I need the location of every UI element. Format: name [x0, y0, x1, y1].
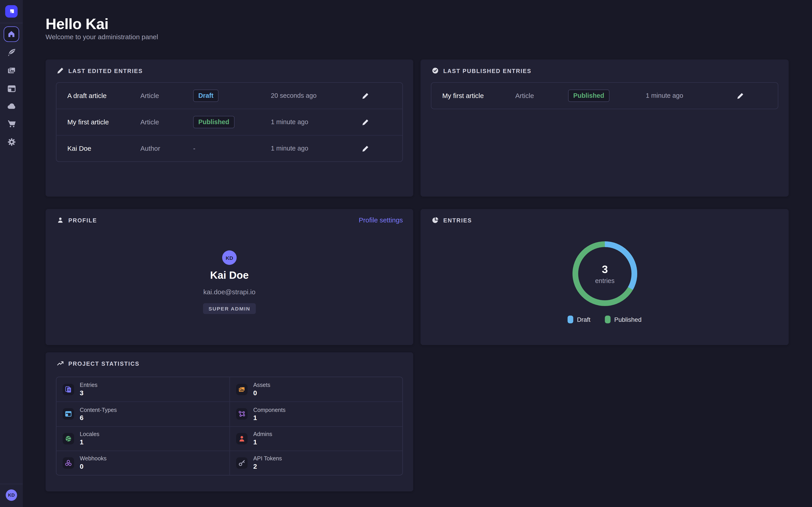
- legend-label: Draft: [577, 316, 591, 323]
- stat-assets: Assets 0: [230, 377, 402, 402]
- entry-time: 1 minute ago: [646, 92, 683, 99]
- table-row[interactable]: Kai Doe Author - 1 minute ago: [56, 135, 402, 161]
- pencil-icon: [737, 93, 744, 99]
- profile-avatar: KD: [222, 250, 237, 265]
- user-avatar[interactable]: KD: [6, 490, 17, 501]
- stat-content-types: Content-Types 6: [56, 402, 230, 426]
- stat-entries: Entries 3: [56, 377, 230, 402]
- components-icon: [238, 410, 245, 418]
- last-published-table: My first article Article Published 1 min…: [431, 82, 778, 109]
- card-title: PROJECT STATISTICS: [68, 360, 139, 367]
- pencil-icon: [362, 119, 368, 125]
- entry-name: My first article: [67, 118, 109, 126]
- key-icon: [238, 459, 245, 466]
- entry-name: A draft article: [67, 92, 106, 100]
- entry-type: Article: [515, 92, 534, 100]
- card-header: LAST PUBLISHED ENTRIES: [432, 67, 531, 74]
- edit-button[interactable]: [360, 91, 370, 101]
- media-library-icon: [7, 66, 16, 75]
- entry-time: 1 minute ago: [271, 145, 308, 152]
- stat-value: 1: [253, 414, 286, 421]
- sidebar-item-settings[interactable]: [7, 137, 16, 146]
- stat-webhooks: Webhooks 0: [56, 450, 230, 475]
- card-header: LAST EDITED ENTRIES: [57, 67, 143, 74]
- sidebar-item-media-library[interactable]: [7, 66, 16, 75]
- profile-card: PROFILE Profile settings KD Kai Doe kai.…: [46, 209, 413, 345]
- strapi-logo-icon: [7, 7, 15, 15]
- entry-time: 20 seconds ago: [271, 92, 317, 99]
- status-badge: Draft: [193, 90, 218, 102]
- stat-icon-tile: [236, 408, 248, 420]
- pencil-icon: [362, 145, 368, 152]
- pencil-icon: [57, 67, 64, 74]
- last-edited-entries-card: LAST EDITED ENTRIES A draft article Arti…: [46, 59, 413, 196]
- entries-unit: entries: [595, 277, 615, 284]
- page-subtitle: Welcome to your administration panel: [46, 33, 158, 41]
- role-badge: SUPER ADMIN: [203, 303, 256, 314]
- layout-icon: [7, 84, 16, 93]
- stat-value: 1: [80, 438, 99, 446]
- feather-icon: [7, 48, 16, 57]
- stat-components: Components 1: [230, 402, 402, 426]
- stat-label: Entries: [80, 382, 98, 388]
- entries-donut-chart: 3 entries: [569, 237, 641, 310]
- legend-item-published: Published: [605, 316, 642, 323]
- card-header: ENTRIES: [432, 217, 472, 224]
- profile-settings-link[interactable]: Profile settings: [359, 216, 403, 224]
- strapi-logo[interactable]: [5, 5, 17, 17]
- stat-value: 2: [253, 463, 282, 470]
- sidebar-item-cloud[interactable]: [7, 101, 16, 111]
- strapi-admin-dashboard: KD Hello Kai Welcome to your administrat…: [0, 0, 812, 507]
- sidebar-item-marketplace[interactable]: [7, 119, 16, 128]
- person-icon: [238, 435, 245, 442]
- pencil-icon: [362, 93, 368, 99]
- stat-label: Admins: [253, 431, 272, 437]
- sidebar-item-home[interactable]: [4, 26, 19, 42]
- stat-icon-tile: [63, 457, 74, 469]
- table-row[interactable]: My first article Article Published 1 min…: [56, 109, 402, 135]
- sidebar-item-content-manager[interactable]: [7, 48, 16, 57]
- edit-button[interactable]: [360, 143, 370, 154]
- chart-legend: Draft Published: [420, 316, 789, 323]
- entries-total: 3: [602, 263, 608, 275]
- entry-type: Article: [140, 118, 159, 126]
- profile-name: Kai Doe: [210, 270, 249, 281]
- entry-type: Author: [140, 145, 160, 152]
- stat-value: 6: [80, 414, 117, 421]
- globe-icon: [65, 435, 72, 442]
- profile-email: kai.doe@strapi.io: [203, 288, 256, 296]
- entry-name: My first article: [442, 92, 484, 100]
- cart-icon: [7, 119, 16, 128]
- entry-type: Article: [140, 92, 159, 100]
- last-published-entries-card: LAST PUBLISHED ENTRIES My first article …: [420, 59, 789, 196]
- stat-label: Assets: [253, 382, 270, 388]
- stat-value: 1: [253, 438, 272, 446]
- documents-icon: [65, 386, 72, 393]
- edit-button[interactable]: [360, 117, 370, 127]
- entry-time: 1 minute ago: [271, 118, 308, 126]
- card-title: PROFILE: [68, 217, 97, 223]
- pie-icon: [432, 217, 439, 224]
- donut-center: 3 entries: [569, 237, 641, 310]
- stat-api-tokens: API Tokens 2: [230, 450, 402, 475]
- project-statistics-card: PROJECT STATISTICS Entries 3: [46, 352, 413, 492]
- stat-label: Locales: [80, 431, 99, 437]
- cloud-icon: [7, 102, 16, 110]
- legend-swatch-published: [605, 316, 611, 323]
- sidebar-item-content-type-builder[interactable]: [7, 84, 16, 93]
- status-empty: -: [193, 145, 195, 152]
- layout-icon: [65, 410, 72, 418]
- picture-icon: [238, 386, 245, 393]
- stat-admins: Admins 1: [230, 426, 402, 450]
- status-badge: Published: [568, 90, 609, 102]
- stat-icon-tile: [236, 457, 248, 469]
- card-title: LAST EDITED ENTRIES: [68, 68, 143, 74]
- card-title: ENTRIES: [443, 217, 472, 223]
- table-row[interactable]: A draft article Article Draft 20 seconds…: [56, 83, 402, 109]
- legend-item-draft: Draft: [568, 316, 591, 323]
- edit-button[interactable]: [735, 91, 745, 101]
- stat-icon-tile: [63, 384, 74, 395]
- card-header: PROFILE: [57, 217, 97, 224]
- stats-grid: Entries 3 Assets 0: [56, 377, 403, 475]
- table-row[interactable]: My first article Article Published 1 min…: [431, 83, 778, 109]
